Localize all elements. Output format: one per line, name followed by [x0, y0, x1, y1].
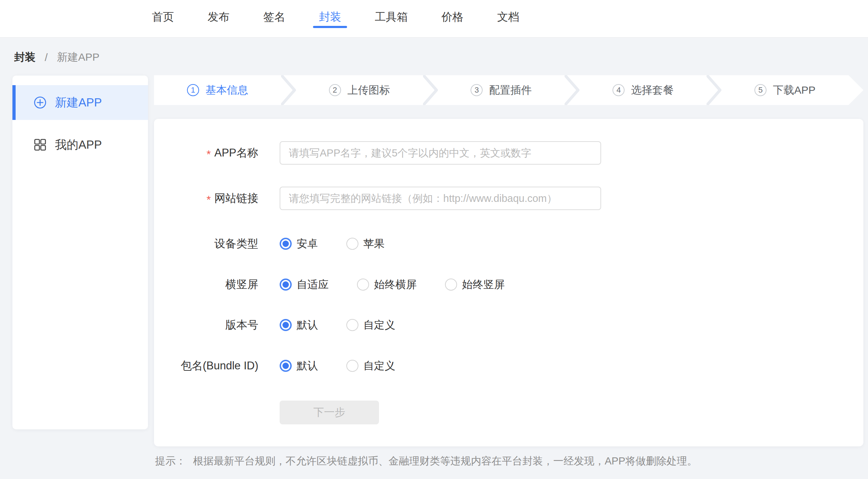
breadcrumb: 封装 / 新建APP	[14, 50, 99, 65]
grid-icon	[34, 138, 46, 151]
step-download-app[interactable]: 5 下载APP	[721, 75, 848, 105]
radio-unselected-icon	[346, 319, 358, 331]
field-label: 设备类型	[154, 236, 258, 251]
radio-selected-icon	[280, 238, 292, 250]
nav-item-pricing[interactable]: 价格	[441, 0, 463, 38]
radio-unselected-icon	[346, 238, 358, 250]
radio-option-always-portrait[interactable]: 始终竖屏	[445, 277, 505, 292]
step-number-badge: 1	[187, 84, 199, 96]
form-row-device-type: 设备类型 安卓 苹果	[154, 236, 863, 252]
nav-item-publish[interactable]: 发布	[208, 0, 230, 38]
chevron-right-icon	[423, 75, 438, 105]
nav-item-package[interactable]: 封装	[319, 0, 341, 38]
radio-option-version-default[interactable]: 默认	[280, 318, 318, 332]
orientation-radio-group: 自适应 始终横屏 始终竖屏	[280, 277, 505, 292]
website-url-input[interactable]	[280, 187, 601, 210]
chevron-right-icon	[565, 75, 579, 105]
top-header: 首页 发布 签名 封装 工具箱 价格 文档	[0, 0, 868, 38]
form-card: * APP名称 * 网站链接 设备类型 安卓 苹果 横竖屏	[154, 119, 863, 446]
radio-unselected-icon	[346, 360, 358, 372]
radio-unselected-icon	[445, 279, 457, 291]
step-label: 上传图标	[347, 83, 390, 98]
nav-item-toolbox[interactable]: 工具箱	[375, 0, 408, 38]
field-label: 版本号	[154, 318, 258, 332]
field-label: 包名(Bundle ID)	[154, 358, 258, 373]
sidebar-item-new-app[interactable]: 新建APP	[12, 85, 148, 120]
chevron-right-icon	[281, 75, 296, 105]
required-asterisk: *	[207, 149, 211, 160]
step-label: 配置插件	[489, 83, 532, 98]
radio-selected-icon	[280, 319, 292, 331]
radio-selected-icon	[280, 360, 292, 372]
plus-circle-icon	[34, 96, 46, 109]
nav-item-sign[interactable]: 签名	[263, 0, 285, 38]
bundle-id-radio-group: 默认 自定义	[280, 359, 395, 373]
field-label: 横竖屏	[154, 277, 258, 292]
radio-option-version-custom[interactable]: 自定义	[346, 318, 395, 332]
radio-unselected-icon	[357, 279, 369, 291]
form-row-app-name: * APP名称	[154, 141, 863, 165]
field-label: * APP名称	[154, 145, 258, 160]
radio-selected-icon	[280, 279, 292, 291]
sidebar: 新建APP 我的APP	[12, 76, 148, 429]
form-row-submit: 下一步	[154, 401, 863, 424]
step-wizard: 1 基本信息 2 上传图标 3 配置插件 4 选择套餐 5 下载APP	[154, 75, 863, 105]
breadcrumb-current: 新建APP	[57, 50, 99, 65]
step-configure-plugins[interactable]: 3 配置插件	[438, 75, 565, 105]
form-row-orientation: 横竖屏 自适应 始终横屏 始终竖屏	[154, 277, 863, 292]
field-label: * 网站链接	[154, 191, 258, 206]
sidebar-item-label: 新建APP	[55, 95, 102, 111]
step-choose-plan[interactable]: 4 选择套餐	[579, 75, 707, 105]
version-radio-group: 默认 自定义	[280, 318, 395, 332]
step-number-badge: 3	[471, 84, 483, 96]
device-type-radio-group: 安卓 苹果	[280, 237, 385, 251]
app-name-input[interactable]	[280, 141, 601, 165]
step-label: 选择套餐	[631, 83, 674, 98]
main-nav: 首页 发布 签名 封装 工具箱 价格 文档	[152, 0, 519, 38]
platform-rule-note: 提示： 根据最新平台规则，不允许区块链虚拟币、金融理财类等违规内容在平台封装，一…	[155, 454, 697, 468]
sidebar-item-my-apps[interactable]: 我的APP	[12, 127, 148, 162]
next-step-button[interactable]: 下一步	[280, 401, 379, 424]
nav-item-docs[interactable]: 文档	[497, 0, 519, 38]
radio-option-bundle-default[interactable]: 默认	[280, 359, 318, 373]
form-row-website-url: * 网站链接	[154, 187, 863, 210]
note-prefix: 提示：	[155, 454, 186, 468]
radio-option-bundle-custom[interactable]: 自定义	[346, 359, 395, 373]
breadcrumb-separator: /	[45, 51, 48, 64]
step-number-badge: 2	[329, 84, 341, 96]
note-text: 根据最新平台规则，不允许区块链虚拟币、金融理财类等违规内容在平台封装，一经发现，…	[193, 454, 697, 468]
step-number-badge: 4	[612, 84, 625, 96]
radio-option-ios[interactable]: 苹果	[346, 237, 385, 251]
sidebar-item-label: 我的APP	[55, 137, 102, 153]
step-basic-info[interactable]: 1 基本信息	[154, 75, 281, 105]
step-upload-icon[interactable]: 2 上传图标	[296, 75, 423, 105]
breadcrumb-root[interactable]: 封装	[14, 50, 35, 65]
chevron-right-icon	[707, 75, 721, 105]
step-label: 基本信息	[205, 83, 248, 98]
radio-option-always-landscape[interactable]: 始终横屏	[357, 277, 417, 292]
step-label: 下载APP	[773, 83, 815, 98]
radio-option-android[interactable]: 安卓	[280, 237, 318, 251]
required-asterisk: *	[207, 194, 211, 205]
nav-item-home[interactable]: 首页	[152, 0, 174, 38]
form-row-bundle-id: 包名(Bundle ID) 默认 自定义	[154, 358, 863, 374]
step-number-badge: 5	[754, 84, 767, 96]
form-row-version: 版本号 默认 自定义	[154, 317, 863, 333]
radio-option-auto[interactable]: 自适应	[280, 277, 329, 292]
